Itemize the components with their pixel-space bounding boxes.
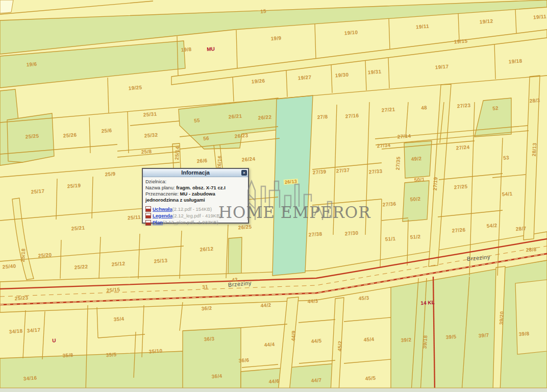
parcel-label[interactable]: 27/33 <box>368 168 382 175</box>
parcel-label[interactable]: 39/5 <box>445 334 456 340</box>
parcel-label[interactable]: 25/12 <box>111 260 125 267</box>
parcel-label[interactable]: 27/19 <box>432 177 438 190</box>
parcel-label[interactable]: 19/9 <box>270 35 281 42</box>
parcel-label[interactable]: 45/3 <box>358 295 369 302</box>
parcel-label[interactable]: 25/19 <box>67 182 81 189</box>
parcel-label[interactable]: 26/21 <box>228 113 242 119</box>
parcel-label[interactable]: 27/25 <box>454 183 467 190</box>
parcel-label[interactable]: 19/26 <box>251 78 265 84</box>
parcel-label[interactable]: 25/25 <box>25 133 39 139</box>
parcel-label[interactable]: 26/23 <box>234 132 248 139</box>
parcel-label[interactable]: 27/37 <box>336 167 350 174</box>
link-row-uchwala[interactable]: Uchwała (2.12.pdf - 154KB) <box>145 206 245 212</box>
parcel-label[interactable]: 27/34 <box>377 142 390 149</box>
parcel-label[interactable]: 25/6 <box>101 128 112 134</box>
link-row-plan[interactable]: Plan (2.12_plan.pdf - 1 037KB) <box>145 219 245 226</box>
parcel-label[interactable]: 27/26 <box>452 227 465 233</box>
parcel-label[interactable]: 19/15 <box>454 38 467 44</box>
parcel-label[interactable]: 25/32 <box>144 132 158 138</box>
parcel-label[interactable]: 26/24 <box>241 156 255 162</box>
parcel-label[interactable]: 19/8 <box>181 46 191 53</box>
parcel-label[interactable]: 27/8 <box>317 114 328 120</box>
parcel-label[interactable]: 48 <box>421 105 428 111</box>
parcel-label[interactable]: 26/12 <box>200 246 213 252</box>
info-popup-header[interactable]: Informacja ✕ <box>143 169 248 177</box>
parcel-label[interactable]: 26/6 <box>196 158 207 164</box>
parcel-label[interactable]: 25/40 <box>2 263 16 270</box>
close-icon[interactable]: ✕ <box>241 170 247 176</box>
parcel-label[interactable]: 49/2 <box>411 156 421 162</box>
parcel-label[interactable]: 39/2 <box>401 337 411 344</box>
parcel-label[interactable]: 44/9 <box>290 330 296 341</box>
parcel-label[interactable]: 15 <box>260 8 267 14</box>
parcel-label[interactable]: 25/11 <box>128 214 141 220</box>
parcel-label[interactable]: 27/24 <box>456 144 469 151</box>
parcel-label[interactable]: 53 <box>503 155 510 161</box>
cadastral-map[interactable] <box>0 0 547 392</box>
parcel-label[interactable]: 54/1 <box>502 191 512 198</box>
parcel-label[interactable]: 36/2 <box>201 305 212 312</box>
parcel-label[interactable]: 36/6 <box>238 357 249 364</box>
parcel-label[interactable]: 34/17 <box>27 327 40 333</box>
parcel-label[interactable]: 45/4 <box>363 336 374 343</box>
parcel-label[interactable]: 44/6 <box>268 378 279 385</box>
parcel-label[interactable]: 27/36 <box>382 201 396 207</box>
parcel-label[interactable]: 34/16 <box>23 375 37 381</box>
parcel-label[interactable]: 44/7 <box>311 377 321 384</box>
parcel-label[interactable]: 50/2 <box>410 196 420 203</box>
parcel-label[interactable]: 19/10 <box>344 29 358 36</box>
parcel-label[interactable]: 26/22 <box>258 114 271 120</box>
parcel-label[interactable]: 25/31 <box>143 111 157 117</box>
parcel-label[interactable]: 39/7 <box>478 332 489 339</box>
parcel-label[interactable]: 45/2 <box>337 340 343 351</box>
parcel-label[interactable]: 25/17 <box>31 188 44 194</box>
link-row-legenda[interactable]: Legenda (2.12_leg.pdf - 419KB) <box>145 213 245 219</box>
parcel-label[interactable]: 27/16 <box>345 112 359 119</box>
legenda-link[interactable]: Legenda <box>153 213 172 219</box>
parcel-label[interactable]: 56 <box>203 135 210 141</box>
parcel-label[interactable]: 31 <box>202 284 209 290</box>
parcel-label[interactable]: 27/38 <box>308 231 322 237</box>
parcel-label[interactable]: 25/23 <box>14 295 28 301</box>
parcel-label[interactable]: 45/5 <box>365 375 376 382</box>
parcel-label[interactable]: 27/23 <box>457 102 470 109</box>
parcel-label[interactable]: 27/39 <box>312 168 326 175</box>
parcel-label[interactable]: 25/21 <box>71 225 85 231</box>
parcel-label[interactable]: 44/5 <box>311 338 321 345</box>
parcel-label[interactable]: 28/7 <box>515 226 526 232</box>
parcel-label[interactable]: 25/14 <box>174 146 180 160</box>
parcel-label[interactable]: 28/8 <box>526 247 536 253</box>
parcel-label[interactable]: 36/3 <box>204 336 214 342</box>
parcel-label[interactable]: 36/4 <box>211 373 222 380</box>
parcel-label[interactable]: 27/30 <box>344 230 358 236</box>
parcel-label[interactable]: 35/5 <box>106 352 116 358</box>
parcel-label[interactable]: 51/2 <box>410 234 420 240</box>
parcel-label[interactable]: 28/3 <box>529 97 540 104</box>
parcel-label[interactable]: 44/4 <box>264 341 275 348</box>
parcel-label[interactable]: 19/27 <box>297 74 311 81</box>
parcel-label[interactable]: 35/8 <box>62 352 73 359</box>
parcel-label[interactable]: 50/1 <box>414 177 425 183</box>
parcel-label[interactable]: 25/18 <box>20 248 26 262</box>
parcel-label[interactable]: 39/8 <box>518 331 529 337</box>
parcel-label[interactable]: 52 <box>492 105 499 111</box>
parcel-label[interactable]: 25/15 <box>106 286 120 293</box>
parcel-label[interactable]: 25/9 <box>105 171 115 178</box>
parcel-label[interactable]: 25/13 <box>154 257 167 264</box>
parcel-label[interactable]: 35/10 <box>148 348 162 354</box>
parcel-label[interactable]: 55 <box>194 117 201 124</box>
parcel-label[interactable]: 25/20 <box>38 252 52 258</box>
parcel-label[interactable]: 34/18 <box>9 328 22 334</box>
parcel-label[interactable]: 19/30 <box>335 71 349 78</box>
parcel-label[interactable]: 19/17 <box>435 63 449 70</box>
parcel-label[interactable]: 54/2 <box>486 223 497 229</box>
parcel-label[interactable]: 19/11 <box>416 23 430 30</box>
parcel-label[interactable]: 44/2 <box>260 302 271 309</box>
parcel-label[interactable]: 25/26 <box>63 132 77 138</box>
parcel-label[interactable]: 27/21 <box>381 106 395 113</box>
parcel-label[interactable]: 25/22 <box>74 263 88 270</box>
parcel-label[interactable]: 28/13 <box>531 142 537 156</box>
parcel-label[interactable]: 19/11 <box>533 13 547 20</box>
parcel-label[interactable]: 19/25 <box>128 84 142 91</box>
parcel-label[interactable]: 27/14 <box>397 133 411 139</box>
